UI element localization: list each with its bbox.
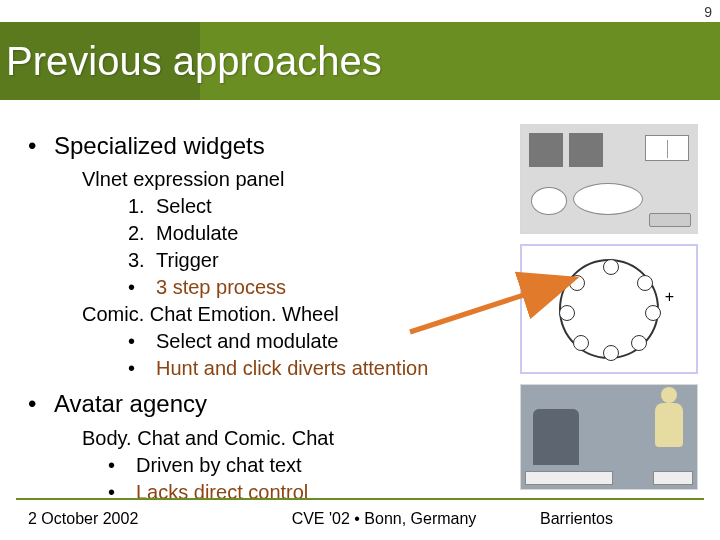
heading-1: Specialized widgets xyxy=(54,130,265,162)
figure-vlnet-panel xyxy=(520,124,698,234)
footer-venue: CVE '02 • Bonn, Germany xyxy=(228,510,540,528)
bc-p2-text: Lacks direct control xyxy=(136,479,308,506)
emotion-wheel xyxy=(559,259,659,359)
bodychat-title: Body. Chat and Comic. Chat xyxy=(82,425,488,452)
footer-author: Barrientos xyxy=(540,510,690,528)
slide-title: Previous approaches xyxy=(0,39,382,84)
footer-divider xyxy=(16,498,704,500)
title-band: Previous approaches xyxy=(0,22,720,100)
bullet-avatar-agency: • Avatar agency xyxy=(28,388,488,420)
note-text: 3 step process xyxy=(156,274,286,301)
step-2: Modulate xyxy=(156,220,238,247)
step-list: 1.Select 2.Modulate 3.Trigger xyxy=(128,193,488,274)
step-1: Select xyxy=(156,193,212,220)
bullet-dot: • xyxy=(28,130,54,162)
footer-date: 2 October 2002 xyxy=(28,510,228,528)
figure-emotion-wheel: + xyxy=(520,244,698,374)
comicchat-title: Comic. Chat Emotion. Wheel xyxy=(82,301,488,328)
bodychat-p1: • Driven by chat text xyxy=(108,452,488,479)
figure-bodychat xyxy=(520,384,698,490)
page-number: 9 xyxy=(704,4,712,20)
step-3: Trigger xyxy=(156,247,219,274)
comicchat-point1: • Select and modulate xyxy=(128,328,488,355)
bodychat-p2: • Lacks direct control xyxy=(108,479,488,506)
vlnet-title: Vlnet expression panel xyxy=(82,166,488,193)
step-note: • 3 step process xyxy=(128,274,488,301)
footer: 2 October 2002 CVE '02 • Bonn, Germany B… xyxy=(0,510,720,528)
bc-p1-text: Driven by chat text xyxy=(136,452,302,479)
content-area: • Specialized widgets Vlnet expression p… xyxy=(28,124,488,506)
plus-icon: + xyxy=(665,288,674,306)
cc-p1-text: Select and modulate xyxy=(156,328,338,355)
bullet-dot-2: • xyxy=(28,388,54,420)
cc-p2-text: Hunt and click diverts attention xyxy=(156,355,428,382)
bullet-specialized-widgets: • Specialized widgets xyxy=(28,130,488,162)
comicchat-point2: • Hunt and click diverts attention xyxy=(128,355,488,382)
heading-2: Avatar agency xyxy=(54,388,207,420)
